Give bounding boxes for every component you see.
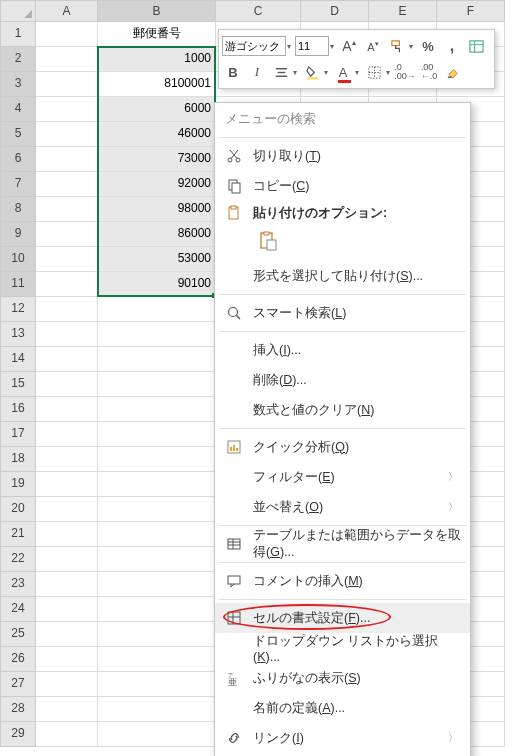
column-header-D[interactable]: D	[301, 0, 369, 22]
cell-A29[interactable]	[36, 722, 98, 747]
clear-format-button[interactable]	[442, 61, 464, 83]
chevron-down-icon[interactable]: ▾	[285, 42, 293, 51]
cell-A19[interactable]	[36, 472, 98, 497]
menu-define-name[interactable]: 名前の定義(A)...	[215, 693, 470, 723]
cell-A21[interactable]	[36, 522, 98, 547]
row-header-27[interactable]: 27	[0, 672, 36, 697]
chevron-down-icon[interactable]: ▾	[328, 42, 336, 51]
row-header-4[interactable]: 4	[0, 97, 36, 122]
cell-A11[interactable]	[36, 272, 98, 297]
row-header-13[interactable]: 13	[0, 322, 36, 347]
row-header-21[interactable]: 21	[0, 522, 36, 547]
menu-filter[interactable]: フィルター(E)〉	[215, 462, 470, 492]
row-header-7[interactable]: 7	[0, 172, 36, 197]
cell-B23[interactable]	[98, 572, 216, 597]
font-name-select[interactable]	[222, 36, 286, 56]
paste-option-default[interactable]	[253, 227, 283, 255]
increase-font-button[interactable]: A▴	[338, 35, 360, 57]
cell-A13[interactable]	[36, 322, 98, 347]
comma-button[interactable]: ,	[441, 35, 463, 57]
increase-decimal-button[interactable]: .0.00→	[394, 61, 416, 83]
menu-dropdown-list[interactable]: ドロップダウン リストから選択(K)...	[215, 633, 470, 663]
menu-insert-comment[interactable]: コメントの挿入(M)	[215, 566, 470, 596]
column-header-B[interactable]: B	[98, 0, 216, 22]
row-header-20[interactable]: 20	[0, 497, 36, 522]
cell-B29[interactable]	[98, 722, 216, 747]
cell-B12[interactable]	[98, 297, 216, 322]
cell-B16[interactable]	[98, 397, 216, 422]
cell-A26[interactable]	[36, 647, 98, 672]
cell-B6[interactable]: 73000	[98, 147, 216, 172]
column-header-E[interactable]: E	[369, 0, 437, 22]
cell-B13[interactable]	[98, 322, 216, 347]
cell-B9[interactable]: 86000	[98, 222, 216, 247]
select-all-corner[interactable]	[0, 0, 36, 22]
percent-button[interactable]: %	[417, 35, 439, 57]
cell-A9[interactable]	[36, 222, 98, 247]
decrease-font-button[interactable]: A▾	[362, 35, 384, 57]
menu-cut[interactable]: 切り取り(T)	[215, 141, 470, 171]
cell-A20[interactable]	[36, 497, 98, 522]
cell-B24[interactable]	[98, 597, 216, 622]
menu-link[interactable]: リンク(I)〉	[215, 723, 470, 753]
row-header-28[interactable]: 28	[0, 697, 36, 722]
cell-B7[interactable]: 92000	[98, 172, 216, 197]
cell-A7[interactable]	[36, 172, 98, 197]
chevron-down-icon[interactable]: ▾	[353, 68, 361, 77]
row-header-5[interactable]: 5	[0, 122, 36, 147]
menu-search[interactable]: メニューの検索	[215, 105, 470, 134]
row-header-12[interactable]: 12	[0, 297, 36, 322]
menu-clear-contents[interactable]: 数式と値のクリア(N)	[215, 395, 470, 425]
row-header-16[interactable]: 16	[0, 397, 36, 422]
cell-A8[interactable]	[36, 197, 98, 222]
chevron-down-icon[interactable]: ▾	[407, 42, 415, 51]
chevron-down-icon[interactable]: ▾	[322, 68, 330, 77]
italic-button[interactable]: I	[246, 61, 268, 83]
row-header-23[interactable]: 23	[0, 572, 36, 597]
fill-color-button[interactable]	[301, 61, 323, 83]
menu-phonetic[interactable]: ア亜 ふりがなの表示(S)	[215, 663, 470, 693]
cell-A12[interactable]	[36, 297, 98, 322]
cell-B15[interactable]	[98, 372, 216, 397]
row-header-9[interactable]: 9	[0, 222, 36, 247]
cell-A4[interactable]	[36, 97, 98, 122]
cell-B18[interactable]	[98, 447, 216, 472]
align-center-button[interactable]	[270, 61, 292, 83]
conditional-format-button[interactable]	[465, 35, 487, 57]
cell-B1[interactable]: 郵便番号	[98, 22, 216, 47]
cell-A25[interactable]	[36, 622, 98, 647]
menu-copy[interactable]: コピー(C)	[215, 171, 470, 201]
row-header-2[interactable]: 2	[0, 47, 36, 72]
chevron-down-icon[interactable]: ▾	[291, 68, 299, 77]
row-header-29[interactable]: 29	[0, 722, 36, 747]
row-header-11[interactable]: 11	[0, 272, 36, 297]
row-header-1[interactable]: 1	[0, 22, 36, 47]
menu-get-data[interactable]: テーブルまたは範囲からデータを取得(G)...	[215, 529, 470, 559]
row-header-15[interactable]: 15	[0, 372, 36, 397]
menu-paste-special[interactable]: 形式を選択して貼り付け(S)...	[215, 261, 470, 291]
cell-A5[interactable]	[36, 122, 98, 147]
row-header-24[interactable]: 24	[0, 597, 36, 622]
cell-B5[interactable]: 46000	[98, 122, 216, 147]
row-header-10[interactable]: 10	[0, 247, 36, 272]
cell-B10[interactable]: 53000	[98, 247, 216, 272]
cell-B2[interactable]: 1000	[98, 47, 216, 72]
cell-A2[interactable]	[36, 47, 98, 72]
row-header-8[interactable]: 8	[0, 197, 36, 222]
column-header-C[interactable]: C	[216, 0, 301, 22]
cell-B20[interactable]	[98, 497, 216, 522]
cell-B19[interactable]	[98, 472, 216, 497]
row-header-22[interactable]: 22	[0, 547, 36, 572]
menu-quick-analysis[interactable]: クイック分析(Q)	[215, 432, 470, 462]
row-header-25[interactable]: 25	[0, 622, 36, 647]
chevron-down-icon[interactable]: ▾	[384, 68, 392, 77]
row-header-26[interactable]: 26	[0, 647, 36, 672]
cell-A1[interactable]	[36, 22, 98, 47]
row-header-6[interactable]: 6	[0, 147, 36, 172]
cell-A27[interactable]	[36, 672, 98, 697]
cell-A22[interactable]	[36, 547, 98, 572]
cell-A15[interactable]	[36, 372, 98, 397]
menu-format-cells[interactable]: セルの書式設定(F)...	[215, 603, 470, 633]
font-color-button[interactable]: A	[332, 61, 354, 83]
row-header-18[interactable]: 18	[0, 447, 36, 472]
